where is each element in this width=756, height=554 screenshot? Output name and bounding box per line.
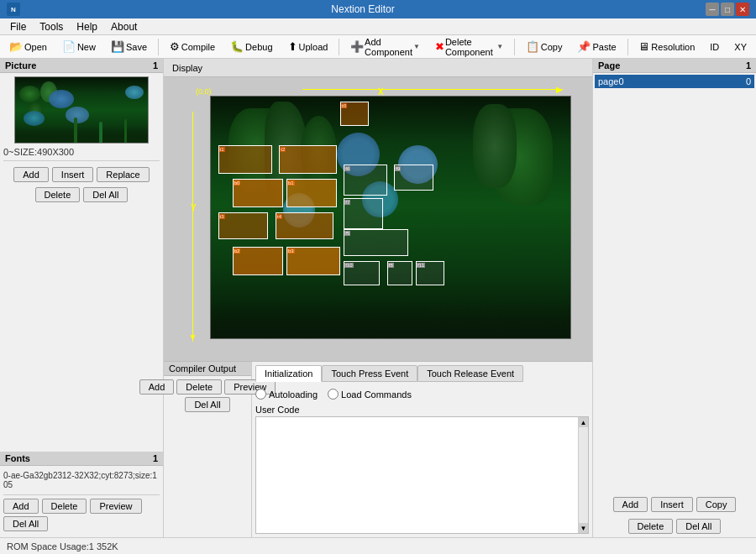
radio-autoloading[interactable]: Autoloading (255, 389, 318, 400)
menubar: File Tools Help About (0, 18, 756, 35)
picture-delete-button[interactable]: Delete (35, 187, 81, 202)
event-tab-bar: Initialization Touch Press Event Touch R… (255, 365, 589, 382)
tab-touch-press[interactable]: Touch Press Event (322, 365, 417, 382)
comp-t3[interactable]: t3 (218, 212, 269, 239)
app-title: Nextion Editor (20, 3, 706, 15)
debug-button[interactable]: 🐛 Debug (224, 38, 278, 55)
y-axis-arrow: ▼ (192, 112, 193, 342)
picture-add-button[interactable]: Add (13, 167, 49, 182)
user-code-label: User Code (255, 405, 589, 415)
comp-b3[interactable]: b3 (286, 247, 340, 276)
display-canvas[interactable]: t0 t1 t2 b0 b1 t3 t4 f6 (210, 96, 571, 339)
right-btn-row-1: Add Insert Copy (593, 494, 756, 515)
menu-help[interactable]: Help (70, 19, 104, 34)
fonts-delall-button[interactable]: Del All (3, 516, 48, 531)
code-area[interactable]: ▲ ▼ (255, 416, 589, 534)
compiler-btn-row-2: Del All (185, 397, 229, 412)
statusbar: ROM Space Usage:1 352K (0, 537, 756, 554)
scroll-up-button[interactable]: ▲ (579, 417, 588, 427)
picture-header: Picture 1 (0, 59, 163, 73)
page-delall-button[interactable]: Del All (676, 519, 721, 534)
fonts-text: 0-ae-Ga32gb2312-32X32;cyt:8273;size:1 05 (3, 469, 160, 491)
compiler-add-button[interactable]: Add (139, 379, 175, 395)
comp-f5[interactable]: f5 (344, 229, 408, 256)
comp-f10[interactable]: f10 (344, 261, 380, 285)
save-button[interactable]: 💾 Save (105, 38, 153, 55)
titlebar: N Nextion Editor ─ □ ✕ (0, 0, 756, 18)
window-controls: ─ □ ✕ (706, 3, 749, 16)
comp-f7[interactable]: f7 (344, 198, 383, 229)
code-scrollbar[interactable]: ▲ ▼ (578, 417, 588, 533)
compile-button[interactable]: ⚙ Compile (164, 38, 221, 55)
page-list: page0 0 (593, 73, 756, 494)
xy-button[interactable]: XY (728, 39, 753, 55)
comp-t4[interactable]: t4 (276, 212, 333, 239)
picture-content: 0~SIZE:490X300 Add Insert Replace Delete… (0, 73, 163, 452)
add-component-button[interactable]: ➕ Add Component ▼ (344, 34, 426, 60)
picture-label: 0~SIZE:490X300 (3, 147, 74, 157)
radio-load-commands-input[interactable] (328, 389, 339, 400)
picture-insert-button[interactable]: Insert (52, 167, 94, 182)
comp-t1[interactable]: t1 (218, 145, 272, 175)
separator-2 (339, 39, 339, 55)
tab-initialization[interactable]: Initialization (255, 365, 322, 382)
comp-b2[interactable]: b2 (233, 247, 283, 276)
display-tab: Display (164, 59, 592, 77)
scroll-track (579, 427, 588, 523)
maximize-button[interactable]: □ (721, 3, 734, 16)
y-axis-label: Y (191, 203, 197, 212)
event-panel: Initialization Touch Press Event Touch R… (252, 362, 592, 537)
page-delete-button[interactable]: Delete (628, 519, 674, 534)
upload-button[interactable]: ⬆ Upload (282, 38, 334, 55)
compiler-delall-button[interactable]: Del All (185, 397, 229, 412)
resolution-icon: 🖥 (638, 40, 649, 53)
close-button[interactable]: ✕ (736, 3, 749, 16)
menu-about[interactable]: About (104, 19, 144, 34)
tab-touch-release[interactable]: Touch Release Event (417, 365, 523, 382)
delete-component-icon: ✖ (435, 40, 444, 53)
new-icon: 📄 (62, 40, 76, 53)
comp-b0[interactable]: b0 (233, 179, 283, 208)
comp-f6[interactable]: f6 (344, 165, 386, 196)
radio-autoloading-input[interactable] (255, 389, 266, 400)
debug-icon: 🐛 (230, 40, 244, 53)
picture-delall-button[interactable]: Del All (83, 187, 128, 202)
paste-icon: 📌 (577, 40, 591, 53)
comp-f8[interactable]: f8 (387, 261, 412, 285)
comp-t2[interactable]: t2 (279, 145, 336, 175)
compiler-delete-button[interactable]: Delete (176, 379, 222, 395)
menu-file[interactable]: File (3, 19, 33, 34)
page-row-page0[interactable]: page0 0 (595, 75, 754, 88)
resolution-button[interactable]: 🖥 Resolution (633, 38, 701, 55)
picture-replace-button[interactable]: Replace (97, 167, 149, 182)
fonts-add-button[interactable]: Add (3, 499, 39, 514)
menu-tools[interactable]: Tools (33, 19, 70, 34)
new-button[interactable]: 📄 New (56, 38, 102, 55)
compile-icon: ⚙ (170, 40, 180, 53)
origin-label: (0,0) (196, 87, 212, 96)
page-insert-button[interactable]: Insert (651, 497, 693, 512)
page-copy-button[interactable]: Copy (696, 497, 737, 512)
comp-f11[interactable]: f11 (416, 261, 444, 285)
radio-load-commands[interactable]: Load Commands (328, 389, 412, 400)
scroll-down-button[interactable]: ▼ (579, 523, 588, 533)
main-area: Picture 1 (0, 59, 756, 537)
comp-f9[interactable]: f9 (394, 165, 433, 191)
fonts-preview-button[interactable]: Preview (90, 499, 141, 514)
comp-t0[interactable]: t0 (340, 102, 369, 126)
save-icon: 💾 (111, 40, 124, 53)
add-component-icon: ➕ (350, 40, 364, 53)
center-panel: Display (0,0) X Y ▶ ▼ (164, 59, 592, 537)
minimize-button[interactable]: ─ (706, 3, 719, 16)
picture-preview (14, 76, 149, 144)
canvas-wrapper: (0,0) X Y ▶ ▼ (189, 86, 567, 346)
delete-component-button[interactable]: ✖ Delete Component ▼ (429, 34, 509, 60)
comp-b1[interactable]: b1 (286, 179, 337, 208)
id-button[interactable]: ID (704, 39, 725, 55)
page-add-button[interactable]: Add (613, 497, 648, 512)
open-button[interactable]: 📂 Open (3, 38, 53, 55)
paste-button[interactable]: 📌 Paste (571, 38, 622, 55)
x-axis-arrow: ▶ (302, 89, 563, 90)
fonts-delete-button[interactable]: Delete (42, 499, 87, 514)
copy-button[interactable]: 📋 Copy (520, 38, 569, 55)
